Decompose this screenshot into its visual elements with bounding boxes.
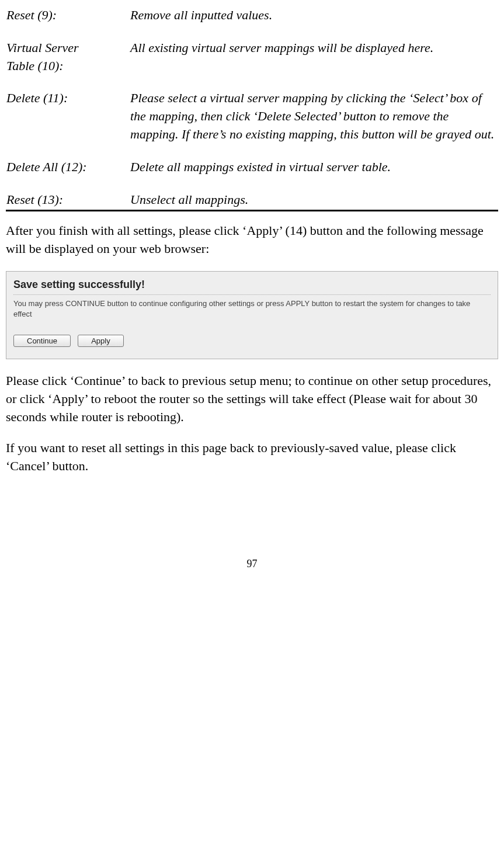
panel-title: Save setting successfully! [13, 277, 491, 295]
paragraph-continue: Please click ‘Continue’ to back to previ… [6, 372, 498, 426]
continue-button[interactable]: Continue [13, 335, 71, 347]
definition-term: Delete All (12): [6, 158, 130, 190]
divider-rule [6, 210, 498, 211]
apply-button[interactable]: Apply [78, 335, 124, 347]
definition-row: Reset (13): Unselect all mappings. [6, 190, 498, 209]
panel-button-row: Continue Apply [13, 331, 491, 349]
save-confirmation-panel: Save setting successfully! You may press… [6, 271, 498, 359]
definition-desc: All existing virtual server mappings wil… [130, 39, 498, 89]
definitions-table: Reset (9): Remove all inputted values. V… [6, 6, 498, 209]
definition-row: Virtual ServerTable (10): All existing v… [6, 39, 498, 89]
definition-term: Reset (13): [6, 190, 130, 209]
panel-body-text: You may press CONTINUE button to continu… [13, 298, 491, 320]
definition-term: Delete (11): [6, 89, 130, 157]
definition-term: Reset (9): [6, 6, 130, 39]
definition-row: Delete (11): Please select a virtual ser… [6, 89, 498, 157]
definition-row: Delete All (12): Delete all mappings exi… [6, 158, 498, 190]
paragraph-after-settings: After you finish with all settings, plea… [6, 222, 498, 258]
definition-desc: Unselect all mappings. [130, 190, 498, 209]
definition-desc: Delete all mappings existed in virtual s… [130, 158, 498, 190]
paragraph-reset: If you want to reset all settings in thi… [6, 439, 498, 475]
definition-row: Reset (9): Remove all inputted values. [6, 6, 498, 39]
definition-desc: Please select a virtual server mapping b… [130, 89, 498, 157]
definition-term: Virtual ServerTable (10): [6, 39, 130, 89]
page-number: 97 [6, 557, 498, 571]
definition-desc: Remove all inputted values. [130, 6, 498, 39]
